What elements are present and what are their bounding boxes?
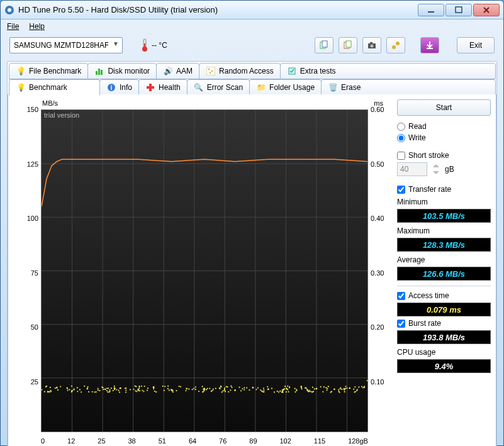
svg-point-254 xyxy=(271,387,272,389)
y-ticks-left: 150125100755025 xyxy=(20,106,38,432)
copy-info-button[interactable] xyxy=(315,37,333,53)
menu-file[interactable]: File xyxy=(7,22,19,31)
drive-select[interactable] xyxy=(9,37,123,53)
tab-random-access[interactable]: Random Access xyxy=(199,63,281,79)
svg-point-272 xyxy=(171,389,172,391)
burst-rate-checkbox[interactable] xyxy=(397,320,405,328)
svg-point-276 xyxy=(234,389,236,391)
svg-point-213 xyxy=(240,390,242,391)
minimize-button[interactable] xyxy=(418,4,444,16)
average-value: 126.6 MB/s xyxy=(397,267,491,281)
copy-screenshot-button[interactable] xyxy=(339,37,357,53)
svg-point-93 xyxy=(87,386,88,387)
svg-point-23 xyxy=(210,72,211,74)
svg-point-12 xyxy=(371,45,374,48)
svg-point-177 xyxy=(246,387,247,388)
svg-point-190 xyxy=(191,389,193,390)
svg-point-83 xyxy=(278,391,279,393)
svg-point-196 xyxy=(314,388,315,389)
svg-point-229 xyxy=(242,388,243,389)
tab-error-scan[interactable]: 🔍Error Scan xyxy=(187,79,250,96)
svg-point-217 xyxy=(357,389,358,390)
svg-point-138 xyxy=(167,388,169,389)
svg-point-271 xyxy=(153,386,155,388)
svg-point-143 xyxy=(213,389,214,390)
svg-point-281 xyxy=(316,388,318,390)
short-stroke-checkbox[interactable] xyxy=(397,152,405,160)
svg-point-219 xyxy=(84,386,85,387)
svg-point-22 xyxy=(211,70,213,72)
svg-point-45 xyxy=(328,386,329,387)
svg-point-263 xyxy=(286,388,288,389)
svg-point-203 xyxy=(114,386,115,387)
svg-point-67 xyxy=(338,389,339,391)
start-button[interactable]: Start xyxy=(397,99,491,116)
svg-rect-16 xyxy=(427,48,433,49)
tab-health[interactable]: Health xyxy=(138,79,188,96)
svg-point-169 xyxy=(88,391,89,393)
svg-point-197 xyxy=(220,386,221,387)
screenshot-button[interactable] xyxy=(362,37,381,53)
svg-point-270 xyxy=(137,389,139,391)
speaker-icon: 🔊 xyxy=(163,66,173,76)
svg-point-91 xyxy=(108,387,109,389)
svg-point-226 xyxy=(77,387,78,388)
extra-icon xyxy=(287,66,297,76)
short-stroke-value xyxy=(397,162,427,176)
svg-point-139 xyxy=(47,391,48,392)
burst-rate-label: Burst rate xyxy=(408,319,441,328)
transfer-rate-label: Transfer rate xyxy=(408,185,451,194)
svg-point-275 xyxy=(219,387,221,389)
write-radio[interactable] xyxy=(397,134,405,142)
svg-point-264 xyxy=(42,389,42,391)
drive-select-value[interactable] xyxy=(9,37,123,53)
svg-point-175 xyxy=(108,391,109,393)
svg-point-87 xyxy=(244,387,245,388)
exit-button[interactable]: Exit xyxy=(457,37,495,53)
tab-disk-monitor[interactable]: Disk monitor xyxy=(87,63,157,79)
svg-point-215 xyxy=(130,389,131,390)
svg-point-259 xyxy=(344,388,345,389)
close-button[interactable] xyxy=(473,4,500,16)
transfer-rate-checkbox[interactable] xyxy=(397,186,405,194)
svg-point-159 xyxy=(289,386,290,387)
save-button[interactable] xyxy=(420,37,439,53)
svg-point-71 xyxy=(274,391,275,393)
svg-point-209 xyxy=(294,387,296,389)
svg-point-220 xyxy=(118,390,119,391)
svg-point-212 xyxy=(306,390,308,391)
svg-point-154 xyxy=(309,390,310,391)
svg-point-153 xyxy=(364,386,365,387)
tab-info[interactable]: iInfo xyxy=(99,79,139,96)
tab-erase[interactable]: 🗑️Erase xyxy=(321,79,496,96)
menu-help[interactable]: Help xyxy=(29,22,45,31)
svg-point-214 xyxy=(114,387,115,389)
svg-point-106 xyxy=(284,386,286,387)
tab-folder-usage[interactable]: 📁Folder Usage xyxy=(249,79,322,96)
svg-point-250 xyxy=(211,391,212,392)
svg-point-252 xyxy=(260,389,261,391)
svg-point-208 xyxy=(224,389,225,390)
svg-point-232 xyxy=(133,389,134,390)
settings-button[interactable] xyxy=(386,37,405,53)
svg-point-49 xyxy=(346,387,347,389)
svg-point-176 xyxy=(103,389,104,390)
svg-point-198 xyxy=(267,386,268,387)
svg-point-249 xyxy=(313,391,314,392)
svg-point-122 xyxy=(138,386,140,387)
read-radio[interactable] xyxy=(397,123,405,131)
svg-rect-2 xyxy=(428,11,434,13)
tab-aam[interactable]: 🔊AAM xyxy=(156,63,199,79)
thermometer-icon xyxy=(140,38,149,52)
svg-point-137 xyxy=(341,389,342,390)
svg-rect-20 xyxy=(206,67,215,75)
svg-point-189 xyxy=(195,386,196,387)
spinner-icons[interactable] xyxy=(431,162,441,176)
svg-point-144 xyxy=(209,387,210,389)
tab-file-benchmark[interactable]: 💡File Benchmark xyxy=(9,63,88,79)
tab-extra-tests[interactable]: Extra tests xyxy=(280,63,496,79)
tab-benchmark[interactable]: 💡Benchmark xyxy=(9,79,100,96)
access-time-checkbox[interactable] xyxy=(397,292,405,300)
svg-point-46 xyxy=(155,391,157,393)
maximize-button[interactable] xyxy=(445,4,472,16)
